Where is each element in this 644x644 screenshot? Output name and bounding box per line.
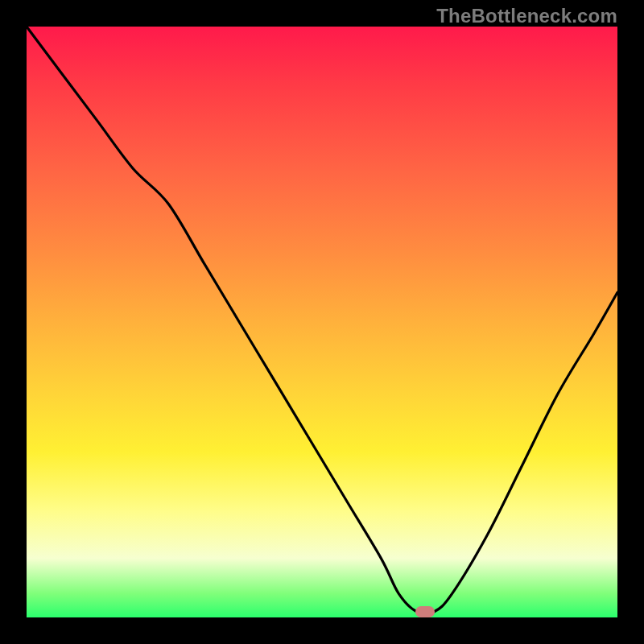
optimum-marker <box>415 606 435 617</box>
curve-path <box>27 27 617 613</box>
plot-area <box>27 27 617 617</box>
outer-frame: TheBottleneck.com <box>0 0 644 644</box>
watermark-text: TheBottleneck.com <box>436 5 617 27</box>
bottleneck-curve <box>27 27 617 617</box>
